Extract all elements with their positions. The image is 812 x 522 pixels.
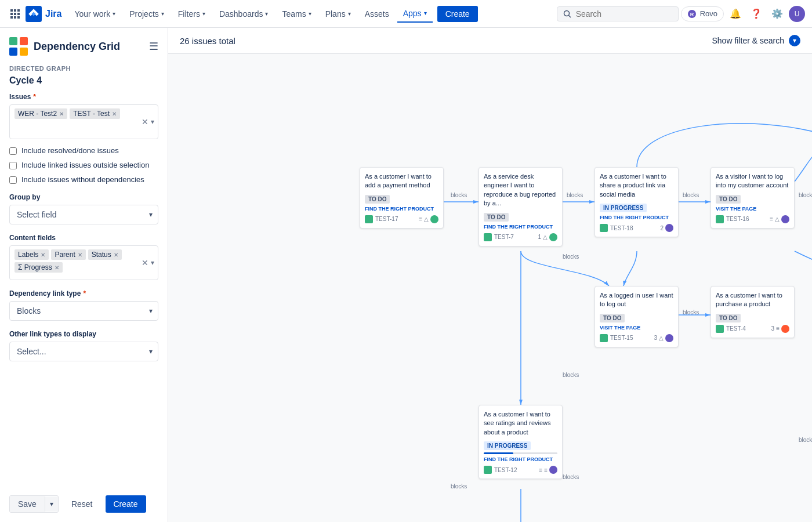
dependency-grid-icon	[9, 37, 28, 56]
status-badge: IN PROGRESS	[600, 204, 647, 212]
notifications-icon[interactable]: 🔔	[726, 5, 745, 23]
other-link-select-wrapper: Select... ▾	[9, 342, 158, 361]
tag-wer-test2: WER - Test2 ✕	[14, 108, 67, 119]
dep-link-select-wrapper: Blocks ▾	[9, 301, 158, 321]
assignee-avatar	[665, 224, 673, 232]
app-layout: Dependency Grid ☰ DIRECTED GRAPH Cycle 4…	[0, 28, 812, 522]
create-button[interactable]: Create	[437, 6, 478, 22]
blocks-label: blocks	[567, 192, 583, 198]
settings-icon[interactable]: ⚙️	[768, 5, 786, 23]
card-icons: 1 △	[538, 233, 557, 241]
other-link-select[interactable]: Select...	[9, 342, 158, 361]
remove-labels-tag[interactable]: ✕	[41, 252, 45, 258]
issue-card-test18[interactable]: As a customer I want to share a product …	[594, 167, 679, 237]
checkbox-linked[interactable]: Include linked issues outside selection	[9, 161, 158, 169]
remove-status-tag[interactable]: ✕	[114, 252, 118, 258]
card-title: As a customer I want to add a payment me…	[365, 172, 438, 190]
issue-card-test7[interactable]: As a service desk engineer I want to rep…	[478, 167, 563, 246]
group-by-label: Group by	[9, 193, 158, 201]
issue-type-icon	[716, 215, 724, 223]
required-marker: *	[83, 289, 86, 298]
card-icons: 2	[660, 224, 673, 232]
issue-card-test17[interactable]: As a customer I want to add a payment me…	[360, 167, 444, 229]
rovo-button[interactable]: R Rovo	[681, 6, 724, 21]
cycle-label: Cycle 4	[9, 75, 158, 86]
create-graph-button[interactable]: Create	[106, 495, 146, 513]
clear-content-icon[interactable]: ✕	[142, 258, 148, 267]
remove-parent-tag[interactable]: ✕	[78, 252, 82, 258]
tag-parent: Parent ✕	[51, 249, 85, 260]
status-badge: TO DO	[600, 314, 625, 322]
issue-type-icon	[716, 325, 724, 333]
nav-dashboards[interactable]: Dashboards ▾	[213, 6, 274, 22]
blocks-label: blocks	[451, 192, 467, 198]
tag-labels: Labels ✕	[14, 249, 49, 260]
issue-card-test12[interactable]: As a customer I want to see ratings and …	[478, 405, 563, 479]
svg-rect-0	[10, 9, 13, 12]
sidebar-logo: Dependency Grid	[9, 37, 120, 56]
nav-assets[interactable]: Assets	[359, 6, 395, 22]
jira-logo-text: Jira	[45, 9, 61, 19]
checkbox-without-deps-input[interactable]	[9, 176, 17, 184]
required-marker: *	[33, 93, 36, 101]
menu-icon[interactable]: ☰	[149, 40, 158, 53]
help-icon[interactable]: ❓	[747, 5, 766, 23]
main-header: 26 issues total Show filter & search ▾	[168, 28, 812, 54]
checkbox-resolved-input[interactable]	[9, 147, 17, 155]
issue-id: TEST-12	[494, 467, 536, 473]
graph-area[interactable]: blocks blocks blocks blocks blocks block…	[168, 54, 812, 522]
search-box[interactable]	[557, 6, 679, 21]
assignee-avatar	[549, 233, 557, 241]
grid-icon[interactable]	[7, 6, 23, 22]
svg-rect-6	[10, 16, 13, 19]
jira-logo[interactable]: Jira	[26, 6, 61, 22]
progress-bar	[484, 452, 557, 454]
sidebar-header: Dependency Grid ☰	[9, 37, 158, 56]
remove-tag-wer[interactable]: ✕	[59, 111, 64, 117]
card-footer: TEST-12 ≡ ≡	[484, 466, 557, 474]
save-button-group: Save ▾	[9, 495, 59, 513]
clear-issues-icon[interactable]: ✕	[142, 117, 148, 126]
chevron-down-icon: ▾	[161, 10, 164, 17]
group-by-select[interactable]: Select field	[9, 205, 158, 224]
search-icon	[563, 10, 571, 18]
avatar[interactable]: U	[789, 6, 805, 22]
issue-id: TEST-18	[610, 225, 658, 231]
chevron-down-icon[interactable]: ▾	[151, 118, 154, 126]
dep-link-select[interactable]: Blocks	[9, 301, 158, 321]
content-fields-box[interactable]: Labels ✕ Parent ✕ Status ✕ Σ Progress ✕ …	[9, 245, 158, 280]
issue-card-test16[interactable]: As a visitor I want to log into my custo…	[710, 167, 795, 229]
svg-rect-5	[17, 13, 20, 15]
reset-button[interactable]: Reset	[63, 495, 101, 513]
nav-filters[interactable]: Filters ▾	[172, 6, 211, 22]
issue-card-test4[interactable]: As a customer I want to purchase a produ…	[710, 286, 795, 338]
remove-progress-tag[interactable]: ✕	[55, 264, 59, 271]
nav-projects[interactable]: Projects ▾	[124, 6, 170, 22]
show-filter-button[interactable]: Show filter & search ▾	[712, 35, 801, 46]
sidebar-actions: Save ▾ Reset Create	[9, 486, 158, 513]
blocks-label: blocks	[563, 372, 579, 378]
checkbox-linked-input[interactable]	[9, 162, 17, 169]
issue-card-test15[interactable]: As a logged in user I want to log out TO…	[594, 286, 679, 347]
issues-input-box[interactable]: WER - Test2 ✕ TEST - Test ✕ ✕ ▾	[9, 104, 158, 139]
card-title: As a visitor I want to log into my custo…	[716, 172, 789, 190]
nav-your-work[interactable]: Your work ▾	[68, 6, 121, 22]
nav-teams[interactable]: Teams ▾	[276, 6, 317, 22]
remove-tag-test[interactable]: ✕	[112, 111, 117, 117]
card-footer: TEST-4 3 ≡	[716, 325, 789, 333]
assignee-avatar	[665, 334, 673, 342]
blocks-label: blocks	[799, 192, 812, 198]
save-button[interactable]: Save	[10, 496, 45, 512]
save-chevron-button[interactable]: ▾	[45, 496, 58, 512]
svg-rect-16	[9, 48, 17, 56]
rovo-icon: R	[687, 9, 697, 19]
checkbox-without-deps[interactable]: Include issues without dependencies	[9, 175, 158, 184]
search-input[interactable]	[576, 9, 657, 19]
nav-plans[interactable]: Plans ▾	[320, 6, 357, 22]
svg-rect-3	[10, 13, 13, 15]
svg-rect-1	[14, 9, 16, 12]
card-icons: 3 △	[654, 334, 673, 342]
nav-apps[interactable]: Apps ▾	[397, 5, 433, 23]
checkbox-resolved[interactable]: Include resolved/done issues	[9, 146, 158, 155]
chevron-down-icon[interactable]: ▾	[151, 259, 154, 267]
